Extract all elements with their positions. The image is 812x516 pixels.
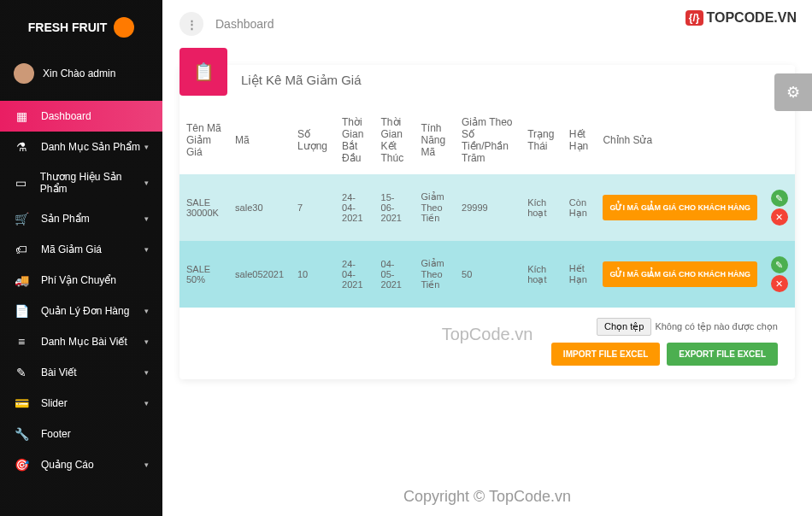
user-block[interactable]: Xin Chào admin bbox=[0, 55, 162, 92]
nav-label: Danh Mục Sản Phẩm bbox=[41, 141, 140, 153]
cell-code: sale052021 bbox=[228, 241, 291, 308]
choose-file-button[interactable]: Chọn tệp bbox=[597, 318, 651, 336]
nav-icon: ✎ bbox=[14, 366, 29, 379]
nav-icon: 💳 bbox=[14, 396, 29, 410]
file-row: Chọn tệp Không có tệp nào được chọn bbox=[179, 308, 795, 339]
import-button[interactable]: IMPORT FILE EXCEL bbox=[551, 343, 660, 366]
avatar bbox=[14, 63, 34, 84]
gear-icon: ⚙ bbox=[786, 83, 800, 102]
nav-icon: 🏷 bbox=[14, 243, 29, 256]
cell-status: Kích hoạt bbox=[521, 241, 562, 308]
nav-label: Phí Vận Chuyển bbox=[41, 274, 116, 286]
th-start: Thời Gian Bắt Đầu bbox=[335, 106, 374, 174]
nav-label: Danh Mục Bài Viết bbox=[41, 336, 127, 348]
th-feat: Tính Năng Mã bbox=[415, 106, 456, 174]
nav-icon: 📄 bbox=[14, 304, 29, 318]
sidebar: FRESH FRUIT Xin Chào admin ▦Dashboard⚗Da… bbox=[0, 0, 162, 516]
send-coupon-button[interactable]: GỬI MÃ GIẢM GIÁ CHO KHÁCH HÀNG bbox=[603, 195, 757, 220]
nav-label: Quảng Cáo bbox=[41, 459, 94, 471]
sidebar-item[interactable]: 🚚Phí Vận Chuyển bbox=[0, 265, 162, 296]
th-qty: Số Lượng bbox=[291, 106, 335, 174]
cell-name: SALE 50% bbox=[179, 241, 228, 308]
cell-actions: ✎ ✕ bbox=[764, 241, 795, 308]
watermark-2: Copyright © TopCode.vn bbox=[403, 488, 571, 506]
chevron-down-icon: ▾ bbox=[144, 460, 149, 469]
sidebar-item[interactable]: ✎Bài Viết▾ bbox=[0, 357, 162, 388]
nav-icon: ▭ bbox=[14, 176, 28, 190]
send-coupon-button[interactable]: GỬI MÃ GIẢM GIÁ CHO KHÁCH HÀNG bbox=[603, 261, 757, 287]
sidebar-item[interactable]: 🔧Footer bbox=[0, 419, 162, 449]
user-greeting: Xin Chào admin bbox=[43, 67, 115, 79]
brand-text: FRESH FRUIT bbox=[28, 21, 108, 34]
th-name: Tên Mã Giảm Giá bbox=[179, 106, 228, 174]
breadcrumb: Dashboard bbox=[215, 17, 274, 31]
edit-button[interactable]: ✎ bbox=[771, 256, 788, 273]
chevron-down-icon: ▾ bbox=[144, 179, 149, 187]
topcode-icon: {/} bbox=[685, 10, 703, 26]
nav-icon: ⚗ bbox=[14, 140, 29, 154]
sidebar-item[interactable]: 🏷Mã Giảm Giá▾ bbox=[0, 234, 162, 265]
chevron-down-icon: ▾ bbox=[144, 399, 149, 408]
nav-label: Sản Phẩm bbox=[41, 213, 90, 225]
cell-qty: 7 bbox=[291, 174, 335, 241]
cell-discount: 50 bbox=[455, 241, 521, 308]
nav-label: Mã Giảm Giá bbox=[41, 243, 102, 255]
menu-button[interactable]: ⋮ bbox=[179, 12, 203, 36]
topcode-text: TOPCODE.VN bbox=[707, 10, 797, 26]
sidebar-item[interactable]: ▦Dashboard bbox=[0, 101, 162, 132]
sidebar-item[interactable]: ≡Danh Mục Bài Viết▾ bbox=[0, 326, 162, 357]
cell-status: Kích hoạt bbox=[521, 174, 562, 241]
file-none-text: Không có tệp nào được chọn bbox=[655, 321, 778, 332]
chevron-down-icon: ▾ bbox=[144, 214, 149, 223]
cell-send: GỬI MÃ GIẢM GIÁ CHO KHÁCH HÀNG bbox=[596, 241, 764, 308]
nav-icon: 🔧 bbox=[14, 427, 29, 441]
chevron-down-icon: ▾ bbox=[144, 307, 149, 315]
sidebar-item[interactable]: ▭Thương Hiệu Sản Phẩm▾ bbox=[0, 162, 162, 203]
th-discount: Giảm Theo Số Tiền/Phần Trăm bbox=[455, 106, 521, 174]
cell-discount: 29999 bbox=[455, 174, 521, 241]
delete-button[interactable]: ✕ bbox=[771, 208, 788, 226]
chevron-down-icon: ▾ bbox=[144, 337, 149, 346]
th-code: Mã bbox=[228, 106, 291, 174]
cell-send: GỬI MÃ GIẢM GIÁ CHO KHÁCH HÀNG bbox=[596, 174, 764, 241]
cell-start: 24-04-2021 bbox=[335, 174, 374, 241]
sidebar-item[interactable]: 📄Quản Lý Đơn Hàng▾ bbox=[0, 296, 162, 326]
chevron-down-icon: ▾ bbox=[144, 245, 149, 254]
nav-label: Quản Lý Đơn Hàng bbox=[41, 305, 129, 317]
nav-label: Thương Hiệu Sản Phẩm bbox=[40, 171, 144, 195]
sidebar-item[interactable]: 🛒Sản Phẩm▾ bbox=[0, 203, 162, 234]
sidebar-item[interactable]: ⚗Danh Mục Sản Phẩm▾ bbox=[0, 132, 162, 162]
coupon-table: Tên Mã Giảm Giá Mã Số Lượng Thời Gian Bắ… bbox=[179, 106, 795, 308]
settings-fab[interactable]: ⚙ bbox=[774, 73, 812, 111]
sidebar-item[interactable]: 💳Slider▾ bbox=[0, 388, 162, 419]
delete-button[interactable]: ✕ bbox=[771, 275, 788, 292]
nav-label: Footer bbox=[41, 428, 71, 440]
nav-icon: ≡ bbox=[14, 335, 29, 349]
th-expire: Hết Hạn bbox=[562, 106, 597, 174]
nav-list: ▦Dashboard⚗Danh Mục Sản Phẩm▾▭Thương Hiệ… bbox=[0, 101, 162, 480]
th-status: Trạng Thái bbox=[521, 106, 562, 174]
cell-feat: Giảm Theo Tiền bbox=[415, 241, 456, 308]
table-row: SALE 50% sale052021 10 24-04-2021 04-05-… bbox=[179, 241, 795, 308]
brand-logo-icon bbox=[114, 17, 134, 38]
export-button[interactable]: EXPORT FILE EXCEL bbox=[667, 343, 778, 366]
cell-qty: 10 bbox=[291, 241, 335, 308]
sidebar-item[interactable]: 🎯Quảng Cáo▾ bbox=[0, 449, 162, 480]
topcode-logo: {/} TOPCODE.VN bbox=[685, 10, 797, 26]
main: ⋮ Dashboard {/} TOPCODE.VN ⚙ 📋 Liệt Kê M… bbox=[162, 0, 812, 516]
brand: FRESH FRUIT bbox=[0, 0, 162, 55]
nav-icon: 🚚 bbox=[14, 273, 29, 287]
cell-feat: Giảm Theo Tiền bbox=[415, 174, 456, 241]
cell-code: sale30 bbox=[228, 174, 291, 241]
cell-expire: Còn Hạn bbox=[562, 174, 597, 241]
th-end: Thời Gian Kết Thúc bbox=[374, 106, 415, 174]
nav-label: Dashboard bbox=[41, 110, 91, 122]
card-head: 📋 Liệt Kê Mã Giảm Giá bbox=[179, 65, 795, 106]
th-edit: Chỉnh Sửa bbox=[596, 106, 764, 174]
cell-actions: ✎ ✕ bbox=[764, 174, 795, 241]
cell-end: 15-06-2021 bbox=[374, 174, 415, 241]
cell-name: SALE 30000K bbox=[179, 174, 228, 241]
edit-button[interactable]: ✎ bbox=[771, 190, 788, 207]
clipboard-icon: 📋 bbox=[179, 48, 227, 96]
nav-icon: 🛒 bbox=[14, 212, 29, 226]
